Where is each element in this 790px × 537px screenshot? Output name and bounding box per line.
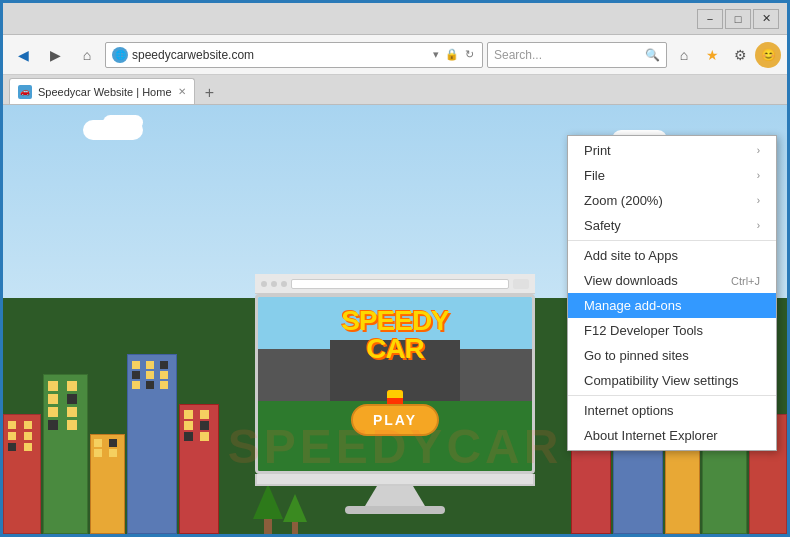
menu-item-about-ie[interactable]: About Internet Explorer (568, 423, 776, 448)
minimize-button[interactable]: − (697, 9, 723, 29)
menu-item-zoom-label: Zoom (200%) (584, 193, 663, 208)
title-bar-buttons: − □ ✕ (697, 9, 779, 29)
menu-item-pinned-sites-label: Go to pinned sites (584, 348, 689, 363)
monitor-bezel (255, 474, 535, 486)
menu-item-print-label: Print (584, 143, 611, 158)
home-nav-icon[interactable]: ⌂ (671, 42, 697, 68)
maximize-button[interactable]: □ (725, 9, 751, 29)
buildings-left (3, 354, 219, 534)
browser-tab[interactable]: 🚗 Speedycar Website | Home ✕ (9, 78, 195, 104)
monitor-address (291, 279, 509, 289)
home-button[interactable]: ⌂ (73, 41, 101, 69)
user-avatar[interactable]: 😊 (755, 42, 781, 68)
menu-item-zoom[interactable]: Zoom (200%) › (568, 188, 776, 213)
lock-icon: 🔒 (443, 46, 461, 63)
monitor-stand (365, 486, 425, 506)
monitor-dot-3 (281, 281, 287, 287)
menu-item-pinned-sites[interactable]: Go to pinned sites (568, 343, 776, 368)
menu-item-internet-options[interactable]: Internet options (568, 398, 776, 423)
tab-label: Speedycar Website | Home (38, 86, 172, 98)
monitor-dot-2 (271, 281, 277, 287)
content-area: SPEEDY CAR PLAY (3, 105, 787, 534)
menu-item-safety[interactable]: Safety › (568, 213, 776, 238)
tab-bar: 🚗 Speedycar Website | Home ✕ + (3, 75, 787, 105)
building-4 (127, 354, 177, 534)
menu-item-file-arrow: › (757, 170, 760, 181)
dropdown-icon[interactable]: ▾ (431, 46, 441, 63)
site-icon: 🌐 (112, 47, 128, 63)
back-button[interactable]: ◀ (9, 41, 37, 69)
address-bar[interactable]: 🌐 speedycarwebsite.com ▾ 🔒 ↻ (105, 42, 483, 68)
menu-item-compatibility[interactable]: Compatibility View settings (568, 368, 776, 393)
address-text: speedycarwebsite.com (132, 48, 427, 62)
menu-item-view-downloads-shortcut: Ctrl+J (731, 275, 760, 287)
menu-item-add-site-label: Add site to Apps (584, 248, 678, 263)
cloud-2 (103, 115, 143, 130)
menu-item-manage-addons[interactable]: Manage add-ons (568, 293, 776, 318)
building-2 (43, 374, 88, 534)
menu-item-dev-tools-label: F12 Developer Tools (584, 323, 703, 338)
search-placeholder: Search... (494, 48, 641, 62)
nav-bar: ◀ ▶ ⌂ 🌐 speedycarwebsite.com ▾ 🔒 ↻ Searc… (3, 35, 787, 75)
search-bar[interactable]: Search... 🔍 (487, 42, 667, 68)
menu-item-file[interactable]: File › (568, 163, 776, 188)
menu-item-safety-label: Safety (584, 218, 621, 233)
search-icon[interactable]: 🔍 (645, 48, 660, 62)
address-icons: ▾ 🔒 ↻ (431, 46, 476, 63)
settings-icon[interactable]: ⚙ (727, 42, 753, 68)
game-title-speedy: SPEEDY (341, 307, 449, 335)
menu-item-dev-tools[interactable]: F12 Developer Tools (568, 318, 776, 343)
menu-item-file-label: File (584, 168, 605, 183)
menu-item-manage-addons-label: Manage add-ons (584, 298, 682, 313)
monitor: SPEEDY CAR PLAY (255, 274, 535, 514)
monitor-dot-1 (261, 281, 267, 287)
monitor-mini-bar (255, 274, 535, 294)
menu-item-safety-arrow: › (757, 220, 760, 231)
browser-window: − □ ✕ ◀ ▶ ⌂ 🌐 speedycarwebsite.com ▾ 🔒 ↻… (3, 3, 787, 534)
close-button[interactable]: ✕ (753, 9, 779, 29)
building-1 (3, 414, 41, 534)
menu-item-print[interactable]: Print › (568, 138, 776, 163)
tab-close-button[interactable]: ✕ (178, 86, 186, 97)
new-tab-button[interactable]: + (197, 82, 223, 104)
menu-item-print-arrow: › (757, 145, 760, 156)
menu-item-zoom-arrow: › (757, 195, 760, 206)
refresh-icon[interactable]: ↻ (463, 46, 476, 63)
menu-separator-1 (568, 240, 776, 241)
menu-item-compatibility-label: Compatibility View settings (584, 373, 738, 388)
favorites-icon[interactable]: ★ (699, 42, 725, 68)
menu-separator-2 (568, 395, 776, 396)
title-bar: − □ ✕ (3, 3, 787, 35)
building-3 (90, 434, 125, 534)
monitor-base (345, 506, 445, 514)
building-5 (179, 404, 219, 534)
menu-item-add-site[interactable]: Add site to Apps (568, 243, 776, 268)
context-menu: Print › File › Zoom (200%) › Safety › Ad… (567, 135, 777, 451)
menu-item-internet-options-label: Internet options (584, 403, 674, 418)
game-title: SPEEDY CAR (341, 307, 449, 363)
tab-favicon: 🚗 (18, 85, 32, 99)
game-title-car: CAR (341, 335, 449, 363)
nav-right-icons: ⌂ ★ ⚙ 😊 (671, 42, 781, 68)
watermark: SPEEDYCAR (228, 419, 563, 474)
menu-item-view-downloads-label: View downloads (584, 273, 678, 288)
menu-item-about-ie-label: About Internet Explorer (584, 428, 718, 443)
monitor-scroll (513, 279, 529, 289)
menu-item-view-downloads[interactable]: View downloads Ctrl+J (568, 268, 776, 293)
forward-button[interactable]: ▶ (41, 41, 69, 69)
